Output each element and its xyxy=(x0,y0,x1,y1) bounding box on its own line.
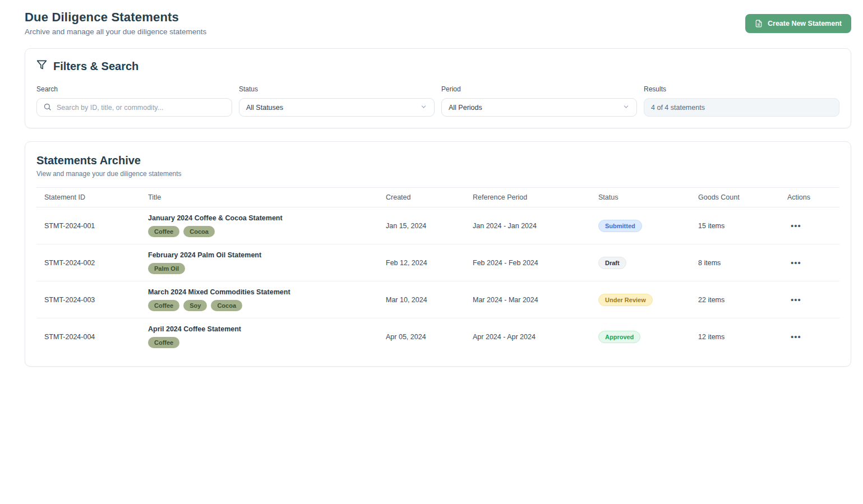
created-date: Feb 12, 2024 xyxy=(378,244,465,281)
column-header-status: Status xyxy=(590,188,690,207)
results-count: 4 of 4 statements xyxy=(644,98,839,117)
filters-grid: Search Status All Statuses xyxy=(36,85,839,117)
archive-heading: Statements Archive xyxy=(36,154,839,167)
search-input-wrap xyxy=(36,98,232,117)
column-header-statement-id: Statement ID xyxy=(36,188,140,207)
row-actions-menu-button[interactable]: ••• xyxy=(787,330,805,343)
reference-period: Feb 2024 - Feb 2024 xyxy=(465,244,590,281)
column-header-title: Title xyxy=(140,188,378,207)
reference-period: Apr 2024 - Apr 2024 xyxy=(465,318,590,355)
results-label: Results xyxy=(644,85,839,93)
commodity-badge: Cocoa xyxy=(211,300,242,311)
statements-table: Statement ID Title Created Reference Per… xyxy=(36,187,839,355)
column-header-actions: Actions xyxy=(779,188,839,207)
statement-title: January 2024 Coffee & Cocoa Statement xyxy=(148,214,370,222)
filters-heading: Filters & Search xyxy=(36,59,839,73)
commodity-badge: Cocoa xyxy=(183,226,215,237)
commodity-badges: Coffee Cocoa xyxy=(148,226,370,237)
chevron-down-icon xyxy=(622,103,630,112)
page-subtitle: Archive and manage all your due diligenc… xyxy=(25,27,206,36)
page-header-text: Due Diligence Statements Archive and man… xyxy=(25,10,206,36)
reference-period: Jan 2024 - Jan 2024 xyxy=(465,207,590,244)
row-actions-menu-button[interactable]: ••• xyxy=(787,293,805,306)
period-select[interactable]: All Periods xyxy=(441,98,637,117)
archive-subtitle: View and manage your due diligence state… xyxy=(36,170,839,178)
statement-id: STMT-2024-003 xyxy=(36,281,140,318)
create-new-statement-label: Create New Statement xyxy=(768,20,842,27)
file-document-icon xyxy=(755,20,763,27)
row-actions-menu-button[interactable]: ••• xyxy=(787,219,805,232)
commodity-badge: Coffee xyxy=(148,300,179,311)
table-row: STMT-2024-002 February 2024 Palm Oil Sta… xyxy=(36,244,839,281)
statement-title: February 2024 Palm Oil Statement xyxy=(148,251,370,259)
column-header-reference-period: Reference Period xyxy=(465,188,590,207)
statement-id: STMT-2024-001 xyxy=(36,207,140,244)
table-header-row: Statement ID Title Created Reference Per… xyxy=(36,188,839,207)
table-row: STMT-2024-004 April 2024 Coffee Statemen… xyxy=(36,318,839,355)
page-header: Due Diligence Statements Archive and man… xyxy=(25,10,851,36)
commodity-badges: Palm Oil xyxy=(148,263,370,274)
goods-count: 8 items xyxy=(690,244,779,281)
statement-title: April 2024 Coffee Statement xyxy=(148,325,370,333)
status-select[interactable]: All Statuses xyxy=(239,98,435,117)
column-header-goods-count: Goods Count xyxy=(690,188,779,207)
filter-funnel-icon xyxy=(36,59,47,73)
page-title: Due Diligence Statements xyxy=(25,10,206,25)
table-row: STMT-2024-001 January 2024 Coffee & Coco… xyxy=(36,207,839,244)
status-badge: Draft xyxy=(598,257,626,269)
filters-card: Filters & Search Search Status xyxy=(25,48,851,128)
commodity-badges: Coffee xyxy=(148,337,370,348)
reference-period: Mar 2024 - Mar 2024 xyxy=(465,281,590,318)
goods-count: 22 items xyxy=(690,281,779,318)
commodity-badge: Soy xyxy=(183,300,207,311)
status-select-value: All Statuses xyxy=(246,104,283,112)
statements-archive-card: Statements Archive View and manage your … xyxy=(25,141,851,367)
status-field-group: Status All Statuses xyxy=(239,85,435,117)
goods-count: 15 items xyxy=(690,207,779,244)
page-container: Due Diligence Statements Archive and man… xyxy=(0,0,863,367)
created-date: Jan 15, 2024 xyxy=(378,207,465,244)
chevron-down-icon xyxy=(420,103,427,112)
period-field-group: Period All Periods xyxy=(441,85,637,117)
search-label: Search xyxy=(36,85,232,93)
row-actions-menu-button[interactable]: ••• xyxy=(787,256,805,269)
statement-title: March 2024 Mixed Commodities Statement xyxy=(148,288,370,296)
goods-count: 12 items xyxy=(690,318,779,355)
column-header-created: Created xyxy=(378,188,465,207)
status-badge: Under Review xyxy=(598,294,653,306)
period-select-value: All Periods xyxy=(449,104,482,112)
status-badge: Approved xyxy=(598,331,640,343)
search-field-group: Search xyxy=(36,85,232,117)
period-label: Period xyxy=(441,85,637,93)
results-field-group: Results 4 of 4 statements xyxy=(644,85,839,117)
status-label: Status xyxy=(239,85,435,93)
statement-id: STMT-2024-002 xyxy=(36,244,140,281)
created-date: Apr 05, 2024 xyxy=(378,318,465,355)
status-badge: Submitted xyxy=(598,220,642,232)
search-input[interactable] xyxy=(36,98,232,117)
commodity-badge: Coffee xyxy=(148,337,179,348)
filters-heading-label: Filters & Search xyxy=(53,60,139,73)
commodity-badge: Coffee xyxy=(148,226,179,237)
commodity-badge: Palm Oil xyxy=(148,263,185,274)
commodity-badges: Coffee Soy Cocoa xyxy=(148,300,370,311)
table-row: STMT-2024-003 March 2024 Mixed Commoditi… xyxy=(36,281,839,318)
created-date: Mar 10, 2024 xyxy=(378,281,465,318)
statement-id: STMT-2024-004 xyxy=(36,318,140,355)
create-new-statement-button[interactable]: Create New Statement xyxy=(745,14,851,33)
